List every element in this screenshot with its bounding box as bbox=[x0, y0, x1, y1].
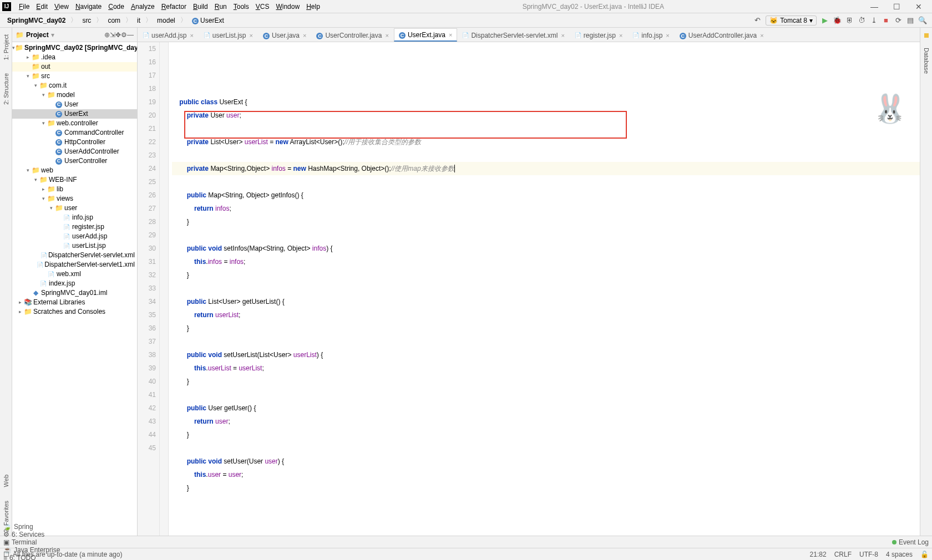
tree-node[interactable]: CHttpController bbox=[12, 138, 137, 147]
menu-tools[interactable]: Tools bbox=[230, 3, 252, 11]
editor-tab[interactable]: CUserExt.java× bbox=[394, 28, 457, 42]
tree-node[interactable]: CUserExt bbox=[12, 109, 137, 119]
run-config-selector[interactable]: 🐱 Tomcat 8 ▾ bbox=[766, 16, 817, 26]
tree-node[interactable]: ◆SpringMVC_day01.iml bbox=[12, 288, 137, 298]
attach-icon[interactable]: ⤓ bbox=[868, 15, 879, 26]
menu-run[interactable]: Run bbox=[211, 3, 230, 11]
project-tree[interactable]: ▾📁SpringMVC_day02 [SpringMVC_day01]▸📁.id… bbox=[12, 42, 137, 536]
editor-tab[interactable]: CUserAddController.java× bbox=[675, 28, 769, 42]
menu-code[interactable]: Code bbox=[105, 3, 128, 11]
tree-node[interactable]: 📄index.jsp bbox=[12, 279, 137, 288]
editor-tab[interactable]: 📄userAdd.jsp× bbox=[138, 28, 199, 42]
search-everywhere-icon[interactable]: 🔍 bbox=[917, 15, 928, 26]
collapse-all-icon[interactable]: ✥ bbox=[115, 31, 121, 39]
tree-node[interactable]: 📄DispatcherServlet-servlet1.xml bbox=[12, 260, 137, 269]
back-icon[interactable]: ↶ bbox=[752, 15, 763, 26]
tree-node[interactable]: 📄DispatcherServlet-servlet.xml bbox=[12, 251, 137, 260]
tree-node[interactable]: 📄register.jsp bbox=[12, 222, 137, 232]
tree-node[interactable]: ▾📁com.it bbox=[12, 81, 137, 90]
project-tool-tab[interactable]: 1: Project bbox=[3, 31, 9, 63]
breadcrumb[interactable]: SpringMVC_day02〉src〉com〉it〉model〉C UserE… bbox=[3, 16, 228, 26]
close-tab-icon[interactable]: × bbox=[666, 32, 669, 39]
stop-icon[interactable]: ■ bbox=[880, 15, 892, 26]
event-log-tab[interactable]: Event Log bbox=[892, 538, 929, 546]
caret-position[interactable]: 21:82 bbox=[810, 551, 827, 558]
close-tab-icon[interactable]: × bbox=[449, 32, 452, 38]
breadcrumb-item[interactable]: src bbox=[78, 16, 95, 26]
structure-tool-tab[interactable]: 2: Structure bbox=[3, 70, 9, 108]
code-editor[interactable]: public class UserExt { private User user… bbox=[169, 42, 920, 536]
settings-icon[interactable]: ⚙ bbox=[121, 31, 127, 39]
tree-node[interactable]: ▾📁views bbox=[12, 194, 137, 203]
status-sync-icon[interactable]: ☐ bbox=[3, 551, 9, 558]
close-tab-icon[interactable]: × bbox=[561, 32, 564, 39]
editor-tab[interactable]: CUserController.java× bbox=[311, 28, 393, 42]
database-tool-tab[interactable]: Database bbox=[923, 44, 930, 77]
menu-view[interactable]: View bbox=[51, 3, 72, 11]
tree-node[interactable]: 📄userList.jsp bbox=[12, 241, 137, 251]
tree-node[interactable]: ▾📁WEB-INF bbox=[12, 175, 137, 185]
tree-node[interactable]: 📄web.xml bbox=[12, 269, 137, 279]
tree-node[interactable]: ▾📁src bbox=[12, 72, 137, 81]
maximize-button[interactable]: ☐ bbox=[885, 2, 908, 11]
minimize-button[interactable]: — bbox=[863, 2, 885, 11]
menu-help[interactable]: Help bbox=[303, 3, 323, 11]
hide-icon[interactable]: — bbox=[127, 31, 134, 39]
editor-tab[interactable]: 📄register.jsp× bbox=[570, 28, 627, 42]
tree-node[interactable]: ▸📁lib bbox=[12, 185, 137, 194]
web-tool-tab[interactable]: Web bbox=[3, 471, 9, 490]
run-icon[interactable]: ▶ bbox=[819, 15, 830, 26]
tree-node[interactable]: ▾📁user bbox=[12, 203, 137, 213]
tree-node[interactable]: ▾📁web bbox=[12, 166, 137, 175]
tree-node[interactable]: CUserAddController bbox=[12, 147, 137, 156]
tree-node[interactable]: ▸📚External Libraries bbox=[12, 298, 137, 307]
close-tab-icon[interactable]: × bbox=[303, 32, 306, 39]
tree-node[interactable]: ▸📁Scratches and Consoles bbox=[12, 307, 137, 317]
tree-node[interactable]: ▸📁.idea bbox=[12, 53, 137, 62]
line-separator[interactable]: CRLF bbox=[834, 551, 852, 558]
menu-window[interactable]: Window bbox=[272, 3, 303, 11]
close-tab-icon[interactable]: × bbox=[619, 32, 622, 39]
editor-tab[interactable]: 📄info.jsp× bbox=[627, 28, 674, 42]
breadcrumb-item[interactable]: C UserExt bbox=[188, 16, 228, 26]
close-tab-icon[interactable]: × bbox=[760, 32, 763, 39]
profile-icon[interactable]: ⏱ bbox=[856, 15, 867, 26]
indent-info[interactable]: 4 spaces bbox=[886, 551, 913, 558]
readonly-icon[interactable]: 🔓 bbox=[920, 551, 929, 558]
menu-build[interactable]: Build bbox=[190, 3, 211, 11]
structure-icon[interactable]: ▤ bbox=[905, 15, 916, 26]
editor-tab[interactable]: 📄DispatcherServlet-servlet.xml× bbox=[457, 28, 569, 42]
tree-node[interactable]: 📄info.jsp bbox=[12, 213, 137, 222]
close-tab-icon[interactable]: × bbox=[385, 32, 388, 39]
debug-icon[interactable]: 🐞 bbox=[832, 15, 843, 26]
tree-node[interactable]: 📄userAdd.jsp bbox=[12, 232, 137, 241]
tree-node[interactable]: CCommandController bbox=[12, 128, 137, 138]
menu-file[interactable]: File bbox=[16, 3, 33, 11]
close-tab-icon[interactable]: × bbox=[250, 32, 253, 39]
breadcrumb-item[interactable]: SpringMVC_day02 bbox=[3, 16, 69, 26]
editor-tab[interactable]: CUser.java× bbox=[258, 28, 311, 42]
breadcrumb-item[interactable]: com bbox=[104, 16, 124, 26]
breadcrumb-item[interactable]: model bbox=[153, 16, 179, 26]
select-opened-icon[interactable]: ⊕ bbox=[104, 31, 110, 39]
tree-node[interactable]: ▾📁web.controller bbox=[12, 119, 137, 128]
bottom-tab[interactable]: ▣Terminal bbox=[3, 538, 60, 546]
menu-analyze[interactable]: Analyze bbox=[128, 3, 158, 11]
breadcrumb-item[interactable]: it bbox=[133, 16, 144, 26]
tree-node[interactable]: CUser bbox=[12, 100, 137, 109]
tree-node[interactable]: 📁out bbox=[12, 62, 137, 72]
menu-refactor[interactable]: Refactor bbox=[158, 3, 190, 11]
bottom-tab[interactable]: ⚙6: Services bbox=[3, 531, 60, 538]
update-icon[interactable]: ⟳ bbox=[893, 15, 904, 26]
coverage-icon[interactable]: ⛨ bbox=[844, 15, 855, 26]
expand-all-icon[interactable]: ⇲ bbox=[110, 31, 115, 39]
tree-node[interactable]: ▾📁model bbox=[12, 90, 137, 100]
editor-tab[interactable]: 📄userList.jsp× bbox=[199, 28, 258, 42]
bottom-tab[interactable]: 🍃Spring bbox=[3, 523, 60, 531]
menu-navigate[interactable]: Navigate bbox=[72, 3, 105, 11]
menu-edit[interactable]: Edit bbox=[33, 3, 51, 11]
close-tab-icon[interactable]: × bbox=[190, 32, 193, 39]
menu-vcs[interactable]: VCS bbox=[252, 3, 273, 11]
tree-node[interactable]: ▾📁SpringMVC_day02 [SpringMVC_day01] bbox=[12, 43, 137, 53]
close-button[interactable]: ✕ bbox=[908, 2, 930, 11]
